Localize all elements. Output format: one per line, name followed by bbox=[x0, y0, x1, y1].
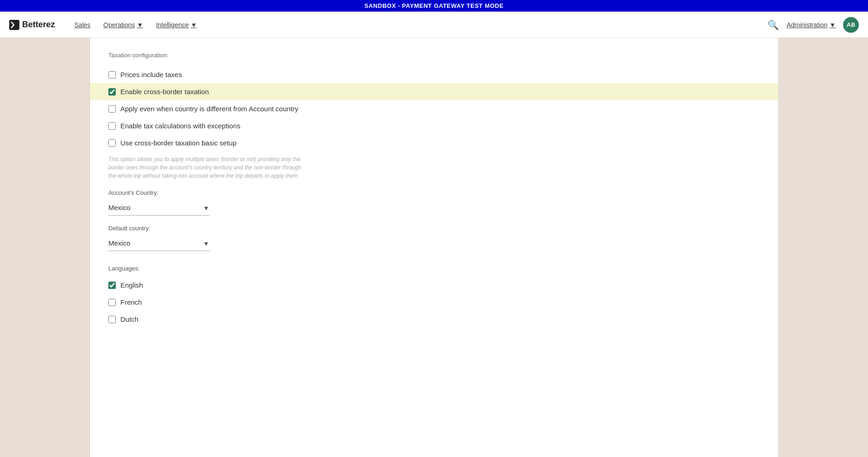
use-cross-border-basic-checkbox[interactable] bbox=[108, 139, 116, 147]
user-avatar[interactable]: AB bbox=[843, 17, 859, 33]
checkbox-prices-include-taxes: Prices include taxes bbox=[108, 66, 760, 83]
checkbox-apply-even-country: Apply even when country is different fro… bbox=[108, 100, 760, 117]
enable-tax-calculations-checkbox[interactable] bbox=[108, 122, 116, 130]
taxation-section-label: Taxation configuration: bbox=[108, 52, 760, 59]
checkbox-enable-cross-border: Enable cross-border taxation bbox=[90, 83, 778, 100]
accounts-country-select-wrapper: Mexico USA Canada ▾ bbox=[108, 200, 210, 216]
left-sidebar bbox=[0, 38, 90, 457]
default-country-select-wrapper: Mexico USA Canada ▾ bbox=[108, 235, 210, 251]
checkbox-french: French bbox=[108, 294, 760, 311]
logo-text: Betterez bbox=[22, 20, 55, 30]
chevron-down-icon: ▼ bbox=[137, 21, 143, 29]
checkbox-english: English bbox=[108, 277, 760, 294]
chevron-down-icon: ▼ bbox=[190, 21, 197, 29]
nav-items: Sales Operations ▼ Intelligence ▼ bbox=[69, 18, 767, 31]
chevron-down-icon: ▼ bbox=[829, 21, 836, 29]
enable-tax-calculations-label: Enable tax calculations with exceptions bbox=[120, 122, 240, 130]
nav-operations[interactable]: Operations ▼ bbox=[98, 18, 149, 31]
content-area: Taxation configuration: Prices include t… bbox=[90, 38, 778, 457]
enable-cross-border-checkbox[interactable] bbox=[108, 88, 116, 96]
helper-text: This option allows you to apply multiple… bbox=[108, 155, 302, 180]
english-checkbox[interactable] bbox=[108, 282, 116, 289]
checkbox-dutch: Dutch bbox=[108, 311, 760, 328]
dutch-label: Dutch bbox=[120, 315, 138, 323]
default-country-section: Default country: Mexico USA Canada ▾ bbox=[108, 225, 760, 251]
enable-cross-border-label: Enable cross-border taxation bbox=[120, 88, 209, 96]
administration-dropdown[interactable]: Administration ▼ bbox=[786, 21, 836, 29]
use-cross-border-basic-label: Use cross-border taxation basic setup bbox=[120, 139, 237, 147]
search-icon[interactable]: 🔍 bbox=[767, 19, 779, 30]
english-label: English bbox=[120, 281, 143, 289]
apply-even-country-checkbox[interactable] bbox=[108, 105, 116, 113]
nav-intelligence[interactable]: Intelligence ▼ bbox=[150, 18, 202, 31]
right-sidebar bbox=[778, 38, 868, 457]
accounts-country-section: Account's Country: Mexico USA Canada ▾ bbox=[108, 189, 760, 216]
french-checkbox[interactable] bbox=[108, 299, 116, 306]
checkbox-enable-tax-calculations: Enable tax calculations with exceptions bbox=[108, 117, 760, 134]
logo-icon bbox=[9, 20, 19, 30]
default-country-select[interactable]: Mexico USA Canada bbox=[108, 235, 210, 251]
nav-sales[interactable]: Sales bbox=[69, 18, 96, 31]
apply-even-country-label: Apply even when country is different fro… bbox=[120, 105, 298, 113]
checkbox-use-cross-border-basic: Use cross-border taxation basic setup bbox=[108, 134, 760, 151]
prices-include-taxes-label: Prices include taxes bbox=[120, 71, 182, 78]
top-navigation: Betterez Sales Operations ▼ Intelligence… bbox=[0, 12, 868, 38]
logo[interactable]: Betterez bbox=[9, 20, 55, 30]
french-label: French bbox=[120, 298, 142, 306]
accounts-country-select[interactable]: Mexico USA Canada bbox=[108, 200, 210, 216]
default-country-label: Default country: bbox=[108, 225, 760, 232]
sandbox-banner: SANDBOX - PAYMENT GATEWAY TEST MODE bbox=[0, 0, 868, 12]
dutch-checkbox[interactable] bbox=[108, 316, 116, 323]
prices-include-taxes-checkbox[interactable] bbox=[108, 71, 116, 78]
languages-label: Languages: bbox=[108, 265, 760, 272]
languages-section: Languages: English French Dutch bbox=[108, 265, 760, 328]
nav-right: 🔍 Administration ▼ AB bbox=[767, 17, 859, 33]
main-layout: Taxation configuration: Prices include t… bbox=[0, 38, 868, 457]
accounts-country-label: Account's Country: bbox=[108, 189, 760, 196]
